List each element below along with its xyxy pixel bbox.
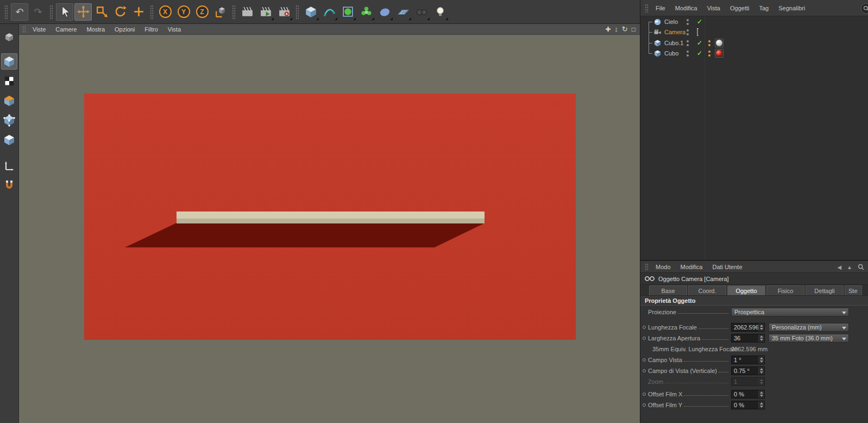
tab-stereoscopia[interactable]: Ste	[845, 285, 862, 295]
tag-dots[interactable]	[708, 51, 710, 58]
last-tool-button[interactable]	[130, 3, 147, 21]
render-to-picture-viewer-button[interactable]	[257, 3, 274, 21]
history-back-icon[interactable]	[837, 264, 841, 270]
visibility-dots[interactable]	[687, 40, 689, 48]
viewport-menu-filtro[interactable]: Filtro	[140, 26, 162, 33]
film-offset-y-input[interactable]: 0 %	[731, 401, 765, 409]
om-menu-file[interactable]: File	[651, 5, 670, 11]
om-search-button[interactable]	[861, 3, 868, 14]
object-name[interactable]: Cielo	[664, 18, 678, 25]
object-name[interactable]: Cubo.1	[664, 40, 683, 46]
om-menu-segnalibri[interactable]: Segnalibri	[773, 5, 810, 11]
add-floor-button[interactable]	[394, 3, 412, 21]
render-view-button[interactable]	[238, 3, 256, 21]
keyframe-circle[interactable]	[643, 358, 646, 362]
focal-length-input[interactable]: 2062.596	[731, 323, 765, 332]
viewport-pan-icon[interactable]	[605, 26, 611, 33]
live-selection-button[interactable]	[56, 3, 73, 21]
visibility-dots[interactable]	[687, 19, 689, 27]
object-name[interactable]: Camera	[664, 29, 685, 35]
scale-tool-button[interactable]	[93, 3, 110, 21]
add-generator-button[interactable]	[339, 3, 356, 21]
add-modifier-button[interactable]	[357, 3, 375, 21]
polygons-mode-button[interactable]	[1, 132, 17, 148]
move-tool-button[interactable]	[74, 3, 92, 21]
keyframe-circle[interactable]	[643, 326, 646, 329]
keyframe-circle[interactable]	[643, 369, 646, 372]
viewport-dolly-icon[interactable]	[614, 26, 618, 33]
object-row-cubo1[interactable]: Cubo.1	[640, 38, 868, 48]
add-cube-button[interactable]	[302, 3, 319, 21]
add-camera-button[interactable]	[413, 3, 430, 21]
tab-base[interactable]: Base	[649, 285, 687, 295]
object-row-cubo[interactable]: Cubo	[640, 48, 868, 59]
tab-fisico[interactable]: Fisico	[766, 285, 804, 295]
make-editable-button[interactable]	[1, 29, 17, 46]
tab-dettagli[interactable]: Dettagli	[806, 285, 844, 295]
keyframe-circle[interactable]	[643, 393, 646, 396]
am-drag-handle[interactable]	[645, 263, 649, 271]
am-menu-modifica[interactable]: Modifica	[676, 264, 708, 270]
model-mode-button[interactable]	[1, 53, 17, 70]
focal-length-preset-dropdown[interactable]: Personalizza (mm)	[769, 323, 849, 332]
search-icon[interactable]	[858, 264, 864, 270]
film-offset-x-input[interactable]: 0 %	[731, 390, 765, 399]
spinner[interactable]	[758, 401, 764, 409]
tab-coord[interactable]: Coord.	[688, 285, 726, 295]
enabled-check-icon[interactable]	[697, 18, 702, 25]
spinner[interactable]	[758, 334, 764, 342]
spinner[interactable]	[758, 390, 764, 398]
om-drag-handle[interactable]	[645, 4, 649, 13]
render-settings-button[interactable]	[275, 3, 293, 21]
viewport-menu-opzioni[interactable]: Opzioni	[110, 26, 140, 33]
parent-object-icon[interactable]	[847, 264, 852, 270]
viewport-menu-drag-handle[interactable]	[22, 26, 26, 33]
toolbar-drag-handle[interactable]	[232, 5, 236, 19]
undo-button[interactable]	[11, 3, 28, 21]
object-row-cielo[interactable]: Cielo	[640, 17, 868, 27]
add-light-button[interactable]	[431, 3, 449, 21]
rotate-tool-button[interactable]	[111, 3, 129, 21]
keyframe-circle[interactable]	[643, 337, 646, 340]
tag-dots[interactable]	[708, 40, 710, 48]
viewport-maximize-icon[interactable]	[632, 26, 636, 33]
om-menu-modifica[interactable]: Modifica	[670, 5, 702, 11]
toolbar-drag-handle[interactable]	[150, 5, 154, 19]
add-deformer-button[interactable]	[376, 3, 393, 21]
coordinate-system-button[interactable]	[212, 3, 229, 21]
viewport-menu-viste[interactable]: Viste	[28, 26, 51, 33]
spinner[interactable]	[758, 324, 764, 331]
viewport-menu-mostra[interactable]: Mostra	[81, 26, 110, 33]
om-menu-tag[interactable]: Tag	[754, 5, 773, 11]
toolbar-drag-handle[interactable]	[49, 5, 53, 19]
active-camera-toggle[interactable]	[697, 29, 698, 35]
material-tag-red[interactable]	[715, 49, 724, 58]
viewport-menu-camere[interactable]: Camere	[51, 26, 81, 33]
lock-z-axis-button[interactable]: Z	[193, 3, 211, 21]
fov-vertical-input[interactable]: 0.75 °	[731, 366, 765, 375]
fov-horizontal-input[interactable]: 1 °	[731, 356, 765, 364]
am-menu-modo[interactable]: Modo	[651, 264, 676, 270]
points-mode-button[interactable]	[1, 112, 17, 128]
film-preset-dropdown[interactable]: 35 mm Foto (36.0 mm)	[769, 334, 849, 343]
visibility-dots[interactable]	[687, 51, 689, 58]
add-spline-button[interactable]	[320, 3, 338, 21]
viewport-canvas[interactable]	[19, 35, 640, 423]
spinner[interactable]	[758, 367, 764, 375]
enable-axis-button[interactable]	[1, 158, 17, 174]
snap-button[interactable]	[1, 177, 17, 194]
om-menu-oggetti[interactable]: Oggetti	[725, 5, 754, 11]
viewport-orbit-icon[interactable]	[622, 26, 628, 33]
visibility-dots[interactable]	[687, 29, 689, 37]
toolbar-drag-handle[interactable]	[4, 5, 8, 19]
enabled-check-icon[interactable]	[697, 50, 702, 57]
keyframe-circle[interactable]	[643, 403, 646, 407]
toolbar-drag-handle[interactable]	[295, 5, 299, 19]
lock-x-axis-button[interactable]: X	[156, 3, 174, 21]
projection-dropdown[interactable]: Prospettica	[731, 308, 849, 316]
object-row-camera[interactable]: Camera	[640, 27, 868, 38]
viewport-menu-vista[interactable]: Vista	[163, 26, 186, 33]
enabled-check-icon[interactable]	[697, 40, 702, 46]
tab-oggetto[interactable]: Oggetto	[727, 285, 765, 295]
material-tag-white[interactable]	[715, 39, 724, 47]
